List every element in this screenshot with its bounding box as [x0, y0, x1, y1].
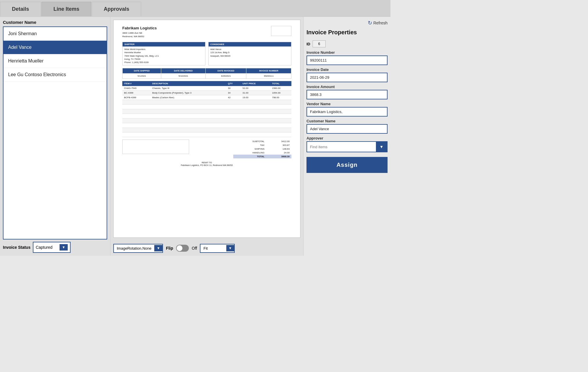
- table-row: CHAS-7549Chassis, Type III3052.001560.00: [122, 86, 291, 91]
- invoice-number-label: Invoice Number: [306, 50, 388, 55]
- vendor-name-label: Vendor Name: [306, 102, 388, 106]
- id-field[interactable]: [313, 40, 326, 47]
- table-row-empty: [122, 109, 291, 114]
- approver-select[interactable]: ▼: [306, 141, 388, 152]
- invoice-date-label: Invoice Date: [306, 67, 388, 72]
- tab-line-items[interactable]: Line Items: [42, 2, 91, 16]
- flip-toggle[interactable]: [176, 245, 189, 252]
- main-content: Customer Name Joni Sherman Adel Vance He…: [0, 17, 390, 256]
- customer-name-heading: Customer Name: [3, 20, 107, 25]
- invoice-status-label: Invoice Status: [3, 245, 31, 250]
- rotation-select[interactable]: ImageRotation.None ▼: [113, 244, 163, 253]
- invoice-number-field[interactable]: [306, 56, 388, 65]
- id-row: ID: [306, 40, 388, 47]
- dates-table: DATE SHIPPED DATE DELIVERED DATE INVOICE…: [122, 68, 291, 79]
- table-row-empty: [122, 114, 291, 119]
- right-header-row: ↻ Refresh: [306, 20, 388, 26]
- customer-list: Joni Sherman Adel Vance Henrietta Muelle…: [3, 26, 107, 239]
- signature-box: [122, 140, 189, 154]
- invoice-number-row: Invoice Number: [306, 50, 388, 65]
- invoice-status-arrow[interactable]: ▼: [60, 244, 68, 251]
- table-row-empty: [122, 105, 291, 109]
- tabs-bar: Details Line Items Approvals: [0, 0, 390, 17]
- fit-select[interactable]: Fit ▼: [200, 244, 235, 253]
- tab-details[interactable]: Details: [0, 2, 41, 16]
- invoice-amount-label: Invoice Amount: [306, 85, 388, 89]
- customer-name-field[interactable]: [306, 124, 388, 134]
- customer-item-lee[interactable]: Lee Gu Contoso Electronics: [3, 68, 107, 82]
- table-row: BC-4399Body Components (Polyester), Type…: [122, 91, 291, 95]
- consignee-content: Adel Vance 123 1st Ave, Bldg G Issaquah,…: [209, 46, 291, 59]
- approver-row: Approver ▼: [306, 136, 388, 152]
- refresh-icon: ↻: [368, 20, 372, 26]
- invoice-items-table: ITEM # DESCRIPTION QTY UNIT PRICE TOTAL …: [122, 81, 291, 137]
- table-row: BCFB-4399Blades (Carbon fiber)4219.00798…: [122, 95, 291, 100]
- shipper-consignee-section: SHIPPER Wide World Importers Henrietta M…: [122, 42, 291, 65]
- shipper-content: Wide World Importers Henrietta Mueller 7…: [123, 46, 205, 65]
- approver-input[interactable]: [307, 143, 376, 151]
- invoice-document: Fabrikam Logistics 3800 148th Ave NE Red…: [114, 20, 300, 172]
- toggle-knob: [177, 245, 182, 251]
- totals-section: SUBTOTAL 3412.00 TAX 303.87 SHIP/INS 148…: [122, 140, 291, 158]
- customer-item-henrietta[interactable]: Henrietta Mueller: [3, 54, 107, 68]
- fit-arrow[interactable]: ▼: [226, 245, 234, 251]
- invoice-properties-form: ID Invoice Number Invoice Date Invoice A…: [306, 40, 388, 253]
- company-name: Fabrikam Logistics: [122, 26, 157, 30]
- customer-name-form-label: Customer Name: [306, 119, 388, 123]
- customer-name-form-row: Customer Name: [306, 119, 388, 134]
- invoice-amount-field[interactable]: [306, 90, 388, 99]
- table-row-empty: [122, 100, 291, 105]
- approver-arrow[interactable]: ▼: [376, 142, 387, 152]
- vendor-name-field[interactable]: [306, 107, 388, 117]
- refresh-button[interactable]: ↻ Refresh: [368, 20, 388, 26]
- invoice-status-select[interactable]: Captured ▼: [33, 242, 71, 253]
- center-panel: Fabrikam Logistics 3800 148th Ave NE Red…: [110, 17, 303, 256]
- invoice-header: Fabrikam Logistics 3800 148th Ave NE Red…: [122, 26, 291, 38]
- right-panel: ↻ Refresh Invoice Properties ID Invoice …: [303, 17, 390, 256]
- off-label: Off: [192, 246, 197, 251]
- table-row-empty: [122, 128, 291, 133]
- table-row-empty: [122, 119, 291, 123]
- tab-approvals[interactable]: Approvals: [92, 2, 141, 16]
- invoice-amount-row: Invoice Amount: [306, 85, 388, 99]
- left-bottom-bar: Invoice Status Captured ▼: [3, 239, 107, 253]
- company-address: 3800 148th Ave NE Redmond, WA 98052: [122, 31, 157, 38]
- assign-button[interactable]: Assign: [306, 157, 388, 173]
- totals-table: SUBTOTAL 3412.00 TAX 303.87 SHIP/INS 148…: [233, 140, 291, 158]
- customer-item-joni[interactable]: Joni Sherman: [3, 27, 107, 41]
- vendor-name-row: Vendor Name: [306, 102, 388, 117]
- customer-item-adel[interactable]: Adel Vance: [3, 41, 107, 54]
- invoice-company-block: Fabrikam Logistics 3800 148th Ave NE Red…: [122, 26, 157, 38]
- invoice-logo: [271, 26, 291, 36]
- invoice-preview: Fabrikam Logistics 3800 148th Ave NE Red…: [113, 20, 300, 238]
- table-row-empty: [122, 133, 291, 137]
- invoice-date-field[interactable]: [306, 73, 388, 82]
- invoice-date-row: Invoice Date: [306, 67, 388, 82]
- invoice-props-title: Invoice Properties: [306, 29, 388, 36]
- flip-label: Flip: [166, 246, 173, 251]
- remit-to: REMIT TO Fabrikam Logistics, PO BOX 11, …: [122, 161, 291, 167]
- consignee-box: CONSIGNEE Adel Vance 123 1st Ave, Bldg G…: [208, 42, 291, 65]
- center-bottom-bar: ImageRotation.None ▼ Flip Off Fit ▼: [113, 241, 300, 256]
- rotation-arrow[interactable]: ▼: [154, 245, 162, 251]
- left-panel: Customer Name Joni Sherman Adel Vance He…: [0, 17, 110, 256]
- shipper-box: SHIPPER Wide World Importers Henrietta M…: [122, 42, 205, 65]
- table-row-empty: [122, 123, 291, 128]
- approver-label: Approver: [306, 136, 388, 140]
